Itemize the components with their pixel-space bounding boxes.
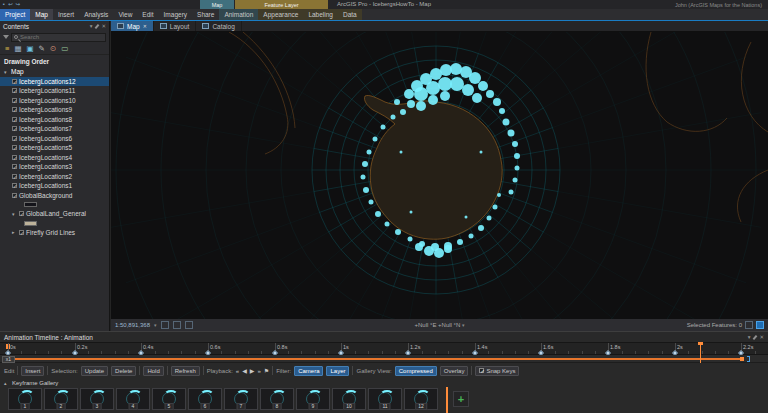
compressed-toggle[interactable]: Compressed [395,366,437,376]
tab-labeling[interactable]: Labeling [303,9,338,20]
layer-row-iceberglocations7[interactable]: ✓ IcebergLocations7 [0,124,109,134]
time-range-track[interactable] [8,358,742,360]
tab-analysis[interactable]: Analysis [79,9,113,20]
layer-row-iceberglocations12[interactable]: ✓ IcebergLocations12 [0,77,109,87]
filter-camera-toggle[interactable]: Camera [294,366,323,376]
tab-edit[interactable]: Edit [137,9,158,20]
tab-map[interactable]: Map [30,9,53,20]
list-by-snapping-icon[interactable]: ⊙ [50,44,56,53]
range-handle-end[interactable] [740,357,744,361]
tab-share[interactable]: Share [192,9,219,20]
add-keyframe-button[interactable]: + [453,391,469,407]
overlay-toggle[interactable]: Overlay [440,366,469,376]
checkbox-icon[interactable]: ✓ [12,183,17,188]
checkbox-icon[interactable]: ✓ [19,230,24,235]
timeline-ruler[interactable]: 0s 0.2s 0.4s 0.6s 0.8s 1s 1.2s 1.4s 1.6s… [0,342,768,355]
search-input[interactable] [20,34,103,40]
map-scale[interactable]: 1:50,891,368 [115,322,150,328]
layer-row-globalbackground[interactable]: ✓ GlobalBackground [0,191,109,201]
chevron-down-icon[interactable]: ▾ [4,69,9,75]
duration-flag-icon[interactable]: ⚑ [264,367,269,374]
layer-row-iceberglocations4[interactable]: ✓ IcebergLocations4 [0,153,109,163]
checkbox-icon[interactable]: ✓ [12,98,17,103]
pane-menu-icon[interactable]: ▾ [90,22,93,30]
list-by-drawing-order-icon[interactable]: ≡ [5,44,9,53]
chevron-down-icon[interactable]: ▾ [12,211,17,217]
timeline-range-bar[interactable]: x1 [0,355,768,363]
play-icon[interactable]: ▶ [250,367,255,374]
polar-map[interactable] [111,32,768,319]
checkbox-icon[interactable]: ✓ [12,164,17,169]
snap-keys-toggle[interactable]: ✓ Snap Keys [475,366,519,376]
keyframe-thumbnail[interactable]: 4 [116,388,150,410]
signed-in-user[interactable]: John (ArcGIS Maps for the Nations) [675,2,762,8]
view-tab-map[interactable]: Map ✕ [111,21,154,31]
pane-menu-icon[interactable]: ▾ [748,333,751,341]
keyframe-gallery-header[interactable]: ▴ Keyframe Gallery [0,378,62,387]
tab-animation[interactable]: Animation [219,9,258,20]
checkbox-icon[interactable]: ✓ [12,136,17,141]
keyframe-thumbnail[interactable]: 5 [152,388,186,410]
step-back-icon[interactable]: ◀ [242,367,247,374]
layer-row-globalland-general[interactable]: ▾ ✓ GlobalLand_General [0,209,109,219]
pause-drawing-icon[interactable] [185,321,193,329]
pointer-coordinates[interactable]: +Null °E +Null °N ▾ [414,322,464,328]
symbol-swatch[interactable] [24,202,37,207]
checkbox-icon[interactable]: ✓ [12,155,17,160]
keyframe-thumbnail[interactable]: 11 [368,388,402,410]
grid-toggle-icon[interactable] [161,321,169,329]
keyframe-thumbnail[interactable]: 3 [80,388,114,410]
checkbox-icon[interactable]: ✓ [19,211,24,216]
refresh-button[interactable]: Refresh [171,366,200,376]
chevron-right-icon[interactable]: ▸ [12,229,17,235]
list-by-editing-icon[interactable]: ✎ [39,44,45,53]
checkbox-icon[interactable]: ✓ [12,174,17,179]
checkbox-icon[interactable]: ✓ [12,88,17,93]
checkbox-icon[interactable]: ✓ [12,79,17,84]
keyframe-thumbnail[interactable]: 8 [260,388,294,410]
update-button[interactable]: Update [81,366,108,376]
tree-item-map[interactable]: ▾ Map [0,67,109,77]
keyframe-thumbnail[interactable]: 9 [296,388,330,410]
playhead[interactable] [700,342,701,363]
hold-button[interactable]: Hold [143,366,163,376]
tab-project[interactable]: Project [0,9,30,20]
checkbox-icon[interactable]: ✓ [12,117,17,122]
skip-to-start-icon[interactable]: « [236,368,239,374]
layer-row-iceberglocations5[interactable]: ✓ IcebergLocations5 [0,143,109,153]
filter-icon[interactable] [3,35,9,39]
symbol-swatch[interactable] [24,221,37,226]
attribute-table-icon[interactable] [756,321,764,329]
view-tab-layout[interactable]: Layout [154,21,197,31]
tab-view[interactable]: View [113,9,137,20]
tab-imagery[interactable]: Imagery [159,9,192,20]
checkbox-icon[interactable]: ✓ [12,107,17,112]
layer-row-iceberglocations11[interactable]: ✓ IcebergLocations11 [0,86,109,96]
snapping-toggle-icon[interactable] [173,321,181,329]
checkbox-icon[interactable]: ✓ [12,193,17,198]
layer-row-iceberglocations6[interactable]: ✓ IcebergLocations6 [0,134,109,144]
save-icon[interactable]: ▪ [3,1,5,8]
tab-appearance[interactable]: Appearance [258,9,303,20]
insert-button[interactable]: Insert [21,366,44,376]
layer-row-iceberglocations10[interactable]: ✓ IcebergLocations10 [0,96,109,106]
view-tab-catalog[interactable]: Catalog [196,21,241,31]
layer-row-iceberglocations9[interactable]: ✓ IcebergLocations9 [0,105,109,115]
keyframe-thumbnail[interactable]: 2 [44,388,78,410]
filter-layer-toggle[interactable]: Layer [326,366,349,376]
layer-row-iceberglocations3[interactable]: ✓ IcebergLocations3 [0,162,109,172]
keyframe-thumbnail[interactable]: 6 [188,388,222,410]
layer-row-iceberglocations1[interactable]: ✓ IcebergLocations1 [0,181,109,191]
checkbox-icon[interactable]: ✓ [12,145,17,150]
coordinates-dropdown-icon[interactable]: ▾ [462,322,465,328]
pin-icon[interactable] [753,334,758,339]
list-by-source-icon[interactable]: ▦ [14,44,21,53]
scale-dropdown-icon[interactable]: ▾ [154,322,157,328]
collapse-icon[interactable]: ▴ [4,380,9,386]
keyframe-thumbnail[interactable]: 12 [404,388,438,410]
list-by-selection-icon[interactable]: ▣ [26,44,33,53]
layer-row-iceberglocations2[interactable]: ✓ IcebergLocations2 [0,172,109,182]
delete-button[interactable]: Delete [111,366,136,376]
skip-to-end-icon[interactable]: » [257,368,260,374]
close-icon[interactable]: ✕ [759,333,764,341]
